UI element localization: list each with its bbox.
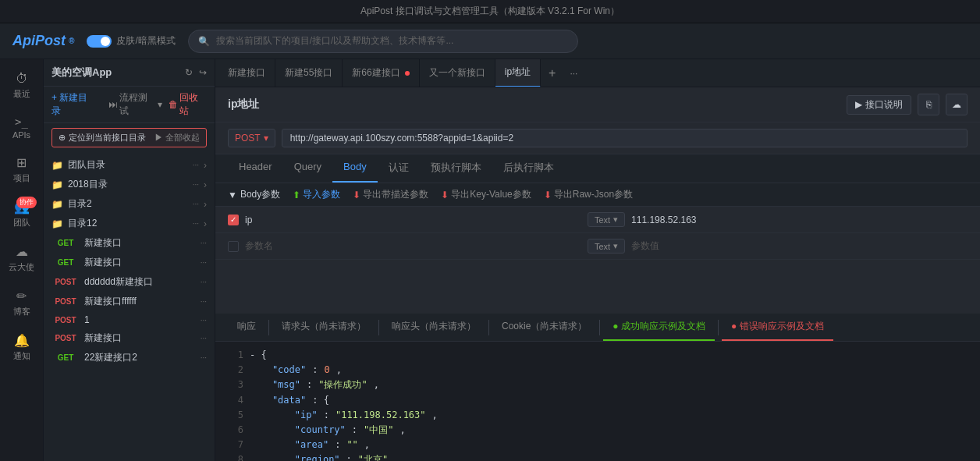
toggle-switch-icon[interactable]	[87, 35, 112, 48]
team-badge: 协作	[16, 197, 37, 208]
collapse-all-btn[interactable]: ▶ 全部收起	[154, 132, 200, 144]
sub-tab-query[interactable]: Query	[283, 154, 332, 183]
method-tag-get: GET	[51, 239, 80, 247]
resp-tab-req-head[interactable]: 请求头（尚未请求）	[272, 314, 375, 341]
sub-tab-auth[interactable]: 认证	[378, 154, 420, 183]
flow-arrow: ▾	[158, 99, 162, 110]
folder-label-dir2: 目录2	[68, 197, 188, 211]
tree-actions[interactable]: ···	[193, 161, 199, 169]
param-type-empty[interactable]: Text ▾	[588, 239, 625, 254]
tree-actions[interactable]: ···	[201, 316, 207, 324]
param-type-label-empty: Text	[595, 242, 610, 251]
json-linenum-5: 5	[228, 408, 243, 423]
import-params-btn[interactable]: ⬆ 导入参数	[293, 188, 340, 201]
tree-endpoint-get-22[interactable]: GET 22新建接口2 ···	[44, 348, 215, 367]
url-input[interactable]: http://gateway.api.100szy.com:5588?appid…	[282, 129, 968, 147]
doc-btn[interactable]: ▶ 接口说明	[847, 95, 911, 115]
tree-endpoint-get1[interactable]: GET 新建接口 ···	[44, 233, 215, 253]
locate-bar[interactable]: ⊕ 定位到当前接口目录 ▶ 全部收起	[51, 128, 207, 147]
sub-tab-pre-script[interactable]: 预执行脚本	[420, 154, 492, 183]
resp-tab-cookie[interactable]: Cookie（尚未请求）	[492, 314, 596, 341]
export-json-btn[interactable]: ⬇ 导出Raw-Json参数	[544, 188, 633, 201]
param-name-ip[interactable]: ip	[245, 215, 581, 225]
cloud-sync-icon[interactable]: ☁	[946, 94, 968, 115]
logo-text: ApiPost	[12, 33, 66, 49]
copy-icon[interactable]: ⎘	[918, 94, 939, 115]
locate-label: 定位到当前接口目录	[69, 132, 146, 144]
resp-separator-3	[488, 320, 489, 335]
endpoint-label-post-new: 新建接口	[84, 332, 196, 345]
tree-folder-team[interactable]: 📁 团队目录 ··· ›	[44, 155, 215, 175]
flow-test-btn[interactable]: ⏭ 流程测试 ▾	[108, 91, 162, 118]
method-tag-get: GET	[51, 353, 80, 362]
resp-separator-5	[718, 320, 719, 335]
tree-actions[interactable]: ···	[201, 353, 207, 362]
param-name-empty[interactable]: 参数名	[245, 239, 581, 253]
tab-add-btn[interactable]: +	[541, 66, 563, 80]
nav-item-apis[interactable]: >_ APIs	[0, 109, 43, 146]
nav-item-cloud[interactable]: ☁ 云大使	[0, 238, 43, 279]
main-content: 新建接口 新建55接口 新66建接口 又一个新接口 ip地址 + ··· ip地…	[215, 59, 980, 461]
tree-actions[interactable]: ···	[193, 200, 199, 208]
tree-actions[interactable]: ···	[201, 278, 207, 286]
method-select[interactable]: POST ▾	[228, 129, 275, 147]
sub-tab-header[interactable]: Header	[228, 154, 283, 183]
resp-tab-resp-head[interactable]: 响应头（尚未请求）	[382, 314, 485, 341]
nav-item-team[interactable]: 协作 👥 团队	[0, 193, 43, 235]
param-type-ip[interactable]: Text ▾	[588, 212, 625, 227]
tree-endpoint-post-new[interactable]: POST 新建接口 ···	[44, 328, 215, 348]
tab-another-new[interactable]: 又一个新接口	[420, 59, 495, 87]
tree-folder-dir12[interactable]: 📁 目录12 ··· ›	[44, 214, 215, 233]
param-checkbox-empty[interactable]	[228, 241, 239, 252]
nav-item-projects[interactable]: ⊞ 项目	[0, 149, 43, 190]
tree-folder-dir2[interactable]: 📁 目录2 ··· ›	[44, 194, 215, 214]
refresh-icon[interactable]: ↻	[185, 67, 193, 78]
new-directory-btn[interactable]: + 新建目录	[51, 91, 96, 118]
nav-item-blog[interactable]: ✏ 博客	[0, 282, 43, 324]
resp-tab-response[interactable]: 响应	[228, 314, 265, 341]
json-line-2: 2 "code": 0,	[228, 363, 968, 378]
resp-tab-error-doc[interactable]: ● 错误响应示例及文档	[722, 314, 833, 341]
share-icon[interactable]: ↪	[199, 67, 207, 78]
tree-endpoint-get2[interactable]: GET 新建接口 ···	[44, 253, 215, 272]
tree-actions[interactable]: ···	[201, 239, 207, 247]
tab-label-new-55: 新建55接口	[285, 66, 332, 80]
tree-actions[interactable]: ···	[201, 297, 207, 306]
param-value-ip[interactable]: 111.198.52.163	[631, 215, 968, 225]
tree-actions[interactable]: ···	[201, 258, 207, 267]
tab-ip[interactable]: ip地址	[495, 59, 541, 87]
nav-item-recent[interactable]: ⏱ 最近	[0, 66, 43, 106]
tree-actions[interactable]: ···	[201, 334, 207, 342]
export-kv-btn[interactable]: ⬇ 导出Key-Value参数	[441, 188, 531, 201]
sub-tab-post-script[interactable]: 后执行脚本	[492, 154, 565, 183]
tab-new-66[interactable]: 新66建接口	[343, 59, 419, 87]
notify-icon: 🔔	[14, 333, 30, 348]
endpoint-label-get1: 新建接口	[84, 236, 196, 250]
sub-tab-body[interactable]: Body	[332, 154, 378, 183]
sidebar-header-actions: ↻ ↪	[185, 67, 207, 78]
nav-item-notify[interactable]: 🔔 通知	[0, 327, 43, 368]
search-bar[interactable]: 🔍 搜索当前团队下的项目/接口/以及帮助文档、技术博客等...	[188, 30, 578, 53]
tree-actions[interactable]: ···	[193, 180, 199, 189]
param-checkbox-ip[interactable]: ✓	[228, 215, 239, 225]
tab-new-55[interactable]: 新建55接口	[275, 59, 343, 87]
tree-endpoint-post-ffffff[interactable]: POST 新建接口ffffff ···	[44, 292, 215, 311]
resp-tab-success-doc[interactable]: ● 成功响应示例及文档	[603, 314, 715, 341]
tree-actions[interactable]: ···	[193, 219, 199, 228]
tab-new-api[interactable]: 新建接口	[218, 59, 275, 87]
trash-btn[interactable]: 🗑 回收站	[169, 91, 207, 118]
tree-endpoint-post-1[interactable]: POST 1 ···	[44, 311, 215, 328]
success-doc-label: 成功响应示例及文档	[621, 321, 705, 332]
tab-more-btn[interactable]: ···	[563, 68, 584, 79]
method-tag-post: POST	[51, 297, 80, 306]
folder-label-dir12: 目录12	[68, 217, 188, 230]
tree-endpoint-post-ddddd[interactable]: POST dddddd新建接口 ···	[44, 272, 215, 292]
logo-super: ®	[69, 37, 74, 45]
folder-icon: 📁	[51, 160, 63, 171]
theme-toggle[interactable]: 皮肤/暗黑模式	[87, 34, 175, 48]
json-linenum-4: 4	[228, 393, 243, 408]
recent-icon: ⏱	[16, 72, 28, 86]
tree-folder-2018[interactable]: 📁 2018目录 ··· ›	[44, 175, 215, 194]
export-desc-btn[interactable]: ⬇ 导出带描述参数	[353, 188, 428, 201]
param-value-empty[interactable]: 参数值	[631, 239, 968, 253]
